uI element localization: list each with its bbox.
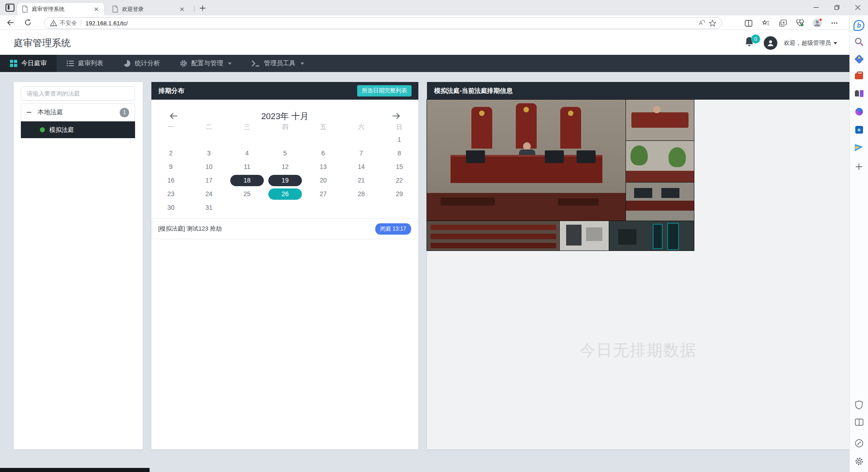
court-count-badge: 1 — [120, 108, 129, 117]
browser-tab-active[interactable]: 庭审管理系统 — [17, 3, 104, 15]
nav-item-config[interactable]: 配置与管理 — [170, 55, 242, 72]
calendar-day[interactable]: 5 — [266, 146, 304, 160]
send-plane-icon[interactable] — [853, 142, 864, 153]
welcome-dropdown[interactable]: 欢迎，超级管理员 — [784, 39, 837, 47]
browser-tab-inactive[interactable]: 欢迎登录 — [107, 3, 190, 15]
calendar-day[interactable]: 15 — [380, 160, 418, 173]
calendar-day — [152, 133, 190, 146]
calendar-day[interactable]: 23 — [152, 187, 190, 201]
calendar-day[interactable]: 3 — [190, 146, 228, 160]
calendar-day[interactable]: 20 — [304, 173, 342, 187]
schedule-event-row[interactable]: [模拟法庭] 测试123 抢劫 闭庭 13:17 — [152, 218, 417, 239]
profile-alert-dot — [819, 18, 822, 21]
split-window-icon[interactable] — [853, 417, 864, 428]
calendar-day — [304, 133, 342, 146]
calendar-day[interactable]: 11 — [228, 160, 266, 173]
court-search-input[interactable] — [21, 87, 135, 101]
favorite-star-icon[interactable] — [709, 19, 716, 27]
selected-date-list-button[interactable]: 所选日期完整列表 — [357, 85, 412, 96]
window-minimize-button[interactable] — [805, 0, 826, 14]
collapse-icon[interactable] — [27, 112, 31, 113]
tools-icon[interactable] — [853, 71, 864, 82]
nav-label: 管理员工具 — [264, 59, 296, 67]
calendar-day[interactable]: 28 — [342, 187, 380, 201]
calendar-day[interactable]: 6 — [304, 146, 342, 160]
calendar-day[interactable]: 12 — [266, 160, 304, 173]
refresh-icon[interactable] — [21, 17, 34, 29]
back-icon[interactable] — [4, 17, 17, 29]
calendar-day[interactable]: 18 — [228, 173, 266, 187]
tab-actions-icon[interactable] — [5, 4, 15, 12]
page-file-icon — [112, 5, 118, 13]
split-screen-icon[interactable] — [742, 17, 755, 29]
monitor — [466, 150, 485, 163]
add-sidebar-item-icon[interactable] — [853, 161, 864, 172]
profile-avatar-icon[interactable] — [811, 17, 824, 29]
calendar-day[interactable]: 29 — [380, 187, 418, 201]
calendar-day[interactable]: 2 — [152, 146, 190, 160]
read-aloud-icon[interactable]: A — [699, 20, 703, 26]
browser-essentials-icon[interactable] — [794, 17, 806, 29]
calendar-day — [266, 133, 304, 146]
settings-gear-icon[interactable] — [853, 456, 864, 467]
calendar-day[interactable]: 7 — [342, 146, 380, 160]
window-close-button[interactable] — [847, 0, 868, 14]
calendar-day[interactable]: 4 — [228, 146, 266, 160]
court-video-panel: 模拟法庭-当前法庭排期信息 今日无排期数据 — [427, 82, 849, 449]
tab-close-icon[interactable] — [178, 5, 185, 13]
shopping-icon[interactable] — [853, 53, 864, 64]
calendar-day[interactable]: 9 — [152, 160, 190, 173]
clerk-desk — [427, 193, 626, 221]
notification-bell[interactable]: 0 — [744, 36, 757, 50]
calendar-day[interactable]: 22 — [380, 173, 418, 187]
tree-root-local-courts[interactable]: 本地法庭 1 — [21, 103, 135, 121]
shield-icon[interactable] — [853, 400, 864, 410]
calendar-day[interactable]: 17 — [190, 173, 228, 187]
not-secure-warning-icon — [50, 20, 57, 26]
nav-item-trial-list[interactable]: 庭审列表 — [57, 55, 113, 72]
calendar-day[interactable]: 10 — [190, 160, 228, 173]
panel-title: 排期分布 — [159, 87, 184, 95]
calendar-day[interactable]: 30 — [152, 201, 190, 214]
outlook-icon[interactable]: o — [853, 124, 864, 135]
calendar-day[interactable]: 27 — [304, 187, 342, 201]
calendar-day[interactable]: 19 — [266, 173, 304, 187]
new-tab-button[interactable] — [199, 4, 207, 12]
tab-title: 欢迎登录 — [122, 5, 178, 13]
copilot-icon[interactable]: b — [853, 20, 864, 31]
tree-item-simulated-court-selected[interactable]: 模拟法庭 — [21, 121, 135, 138]
nav-item-admin-tools[interactable]: 管理员工具 — [242, 55, 314, 72]
calendar-day[interactable]: 1 — [380, 133, 418, 146]
window-restore-button[interactable] — [826, 0, 847, 14]
games-icon[interactable] — [853, 88, 864, 99]
more-menu-icon[interactable] — [828, 17, 841, 29]
calendar-day[interactable]: 26 — [266, 187, 304, 201]
tree-root-label: 本地法庭 — [38, 108, 120, 116]
calendar-weekday: 一 — [152, 121, 190, 134]
collections-icon[interactable] — [776, 17, 789, 29]
calendar-day[interactable]: 21 — [342, 173, 380, 187]
favorites-icon[interactable] — [759, 17, 772, 29]
tab-title: 庭审管理系统 — [32, 5, 92, 13]
calendar-day[interactable]: 24 — [190, 187, 228, 201]
feedback-icon[interactable] — [853, 438, 864, 448]
main-nav: 今日庭审 庭审列表 统计分析 配置与管理 管理员工具 — [0, 55, 868, 72]
calendar-weekday: 日 — [380, 121, 418, 134]
tab-close-icon[interactable] — [92, 5, 100, 13]
calendar-day[interactable]: 13 — [304, 160, 342, 173]
microsoft-365-icon[interactable] — [853, 106, 864, 117]
calendar-day[interactable]: 31 — [190, 201, 228, 214]
calendar-day[interactable]: 8 — [380, 146, 418, 160]
address-bar[interactable]: 不安全 192.168.1.61/tc/ A — [44, 17, 722, 29]
user-avatar[interactable] — [764, 36, 777, 50]
url-text[interactable]: 192.168.1.61/tc/ — [86, 20, 699, 27]
chevron-down-icon — [301, 63, 304, 65]
calendar-day[interactable]: 14 — [342, 160, 380, 173]
chevron-down-icon — [834, 42, 837, 44]
search-icon[interactable] — [853, 36, 864, 47]
calendar-day[interactable]: 16 — [152, 173, 190, 187]
nav-item-today[interactable]: 今日庭审 — [0, 55, 57, 72]
calendar-day[interactable]: 25 — [228, 187, 266, 201]
nav-item-statistics[interactable]: 统计分析 — [113, 55, 170, 72]
security-label[interactable]: 不安全 — [60, 19, 77, 27]
